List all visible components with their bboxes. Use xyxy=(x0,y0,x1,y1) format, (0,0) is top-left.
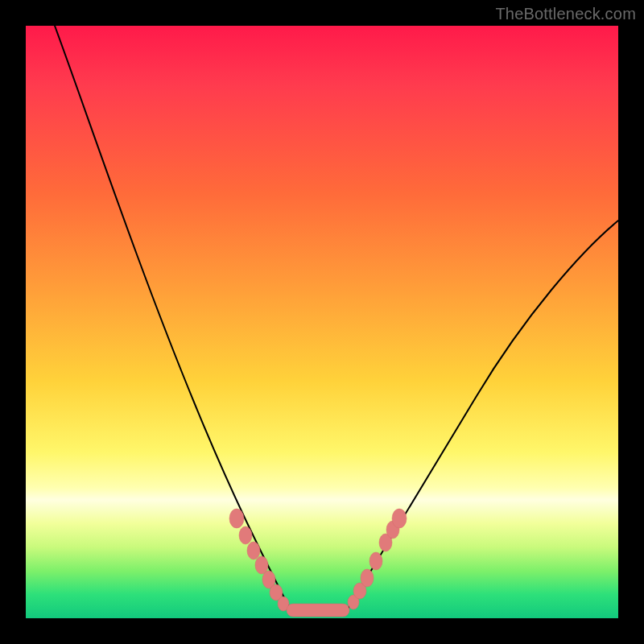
marker-bead xyxy=(369,552,382,570)
marker-bead xyxy=(255,556,268,574)
plot-area xyxy=(26,26,618,618)
marker-bead xyxy=(361,569,374,587)
marker-bead xyxy=(229,509,244,528)
marker-bead xyxy=(392,509,407,528)
chart-svg xyxy=(26,26,618,618)
marker-group-right xyxy=(348,509,407,609)
marker-bead xyxy=(247,542,260,559)
marker-group-left xyxy=(229,509,289,611)
series-right-curve xyxy=(346,221,618,612)
series-left-curve xyxy=(55,26,291,612)
marker-bead xyxy=(239,526,252,544)
chart-frame: TheBottleneck.com xyxy=(0,0,644,644)
bottom-marker-bar xyxy=(287,604,349,617)
watermark-text: TheBottleneck.com xyxy=(495,5,636,23)
